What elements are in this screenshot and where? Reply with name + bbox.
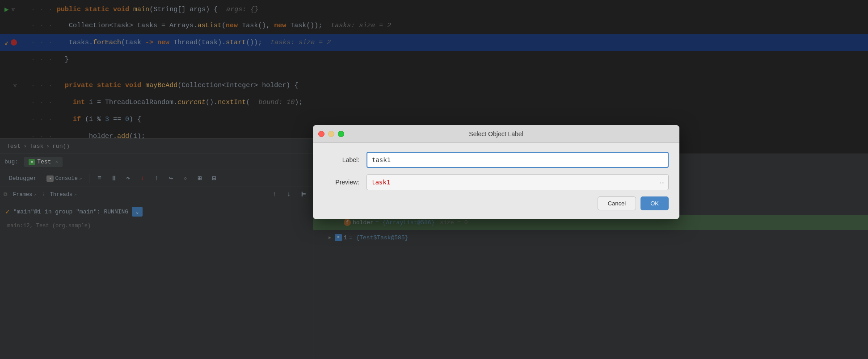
select-object-dialog: Select Object Label Label: Preview: task… (313, 125, 679, 219)
dialog-preview-row: Preview: task1 ··· (324, 174, 669, 190)
dialog-buttons: Cancel OK (324, 196, 669, 210)
preview-area: task1 ··· (367, 174, 669, 190)
traffic-lights (318, 131, 344, 137)
minimize-button[interactable] (328, 131, 334, 137)
label-input[interactable] (367, 152, 669, 168)
dialog-body: Label: Preview: task1 ··· Cancel OK (313, 143, 679, 219)
label-field-label: Label: (324, 156, 359, 163)
preview-field-label: Preview: (324, 179, 359, 186)
zoom-button[interactable] (338, 131, 344, 137)
preview-value: task1 (371, 179, 390, 186)
dialog-titlebar: Select Object Label (313, 125, 679, 143)
ok-button[interactable]: OK (640, 196, 669, 210)
preview-dots-button[interactable]: ··· (660, 179, 665, 186)
close-button[interactable] (318, 131, 324, 137)
dialog-title: Select Object Label (469, 130, 523, 138)
cancel-button[interactable]: Cancel (598, 196, 636, 210)
dialog-label-row: Label: (324, 152, 669, 168)
